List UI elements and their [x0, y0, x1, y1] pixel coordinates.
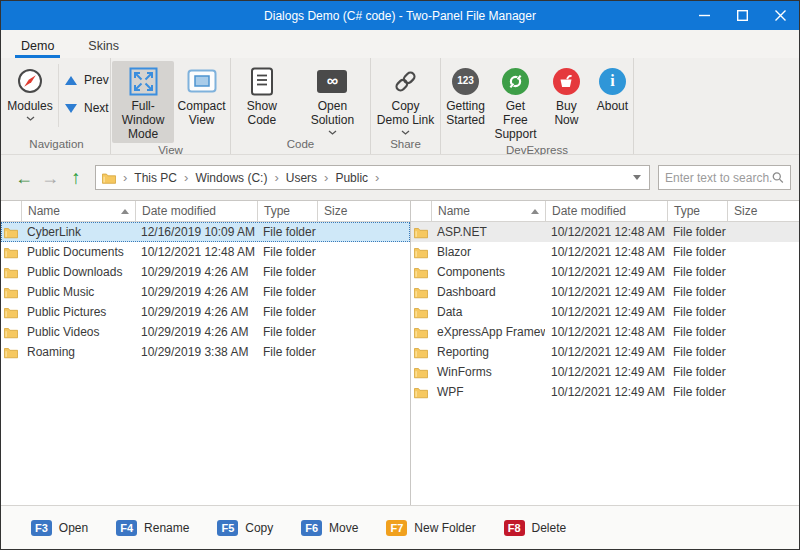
up-button[interactable]: ↑ — [63, 165, 89, 191]
delete-f8-button[interactable]: F8 Delete — [504, 520, 567, 536]
new-folder-f7-button[interactable]: F7 New Folder — [386, 520, 475, 536]
buy-now-button[interactable]: Buy Now — [542, 61, 591, 130]
copy-demo-link-button[interactable]: Copy Demo Link — [374, 61, 438, 137]
about-button[interactable]: i About — [593, 61, 632, 116]
table-row[interactable]: Public Pictures 10/29/2019 4:26 AM File … — [1, 302, 410, 322]
folder-icon — [1, 226, 21, 239]
window-controls — [685, 1, 799, 30]
size-column-header[interactable]: Size — [727, 201, 799, 221]
prev-button[interactable]: Prev — [65, 73, 109, 87]
name-column-header[interactable]: Name — [431, 201, 545, 221]
file-name: Public Videos — [21, 325, 135, 339]
next-label: Next — [84, 101, 109, 115]
open-label: Open — [59, 521, 88, 535]
next-button[interactable]: Next — [65, 101, 109, 115]
table-row[interactable]: ASP.NET 10/12/2021 12:48 AM File folder — [411, 222, 799, 242]
file-name: ASP.NET — [431, 225, 545, 239]
forward-button[interactable]: → — [37, 165, 63, 191]
size-column-header[interactable]: Size — [317, 201, 410, 221]
table-row[interactable]: Public Videos 10/29/2019 4:26 AM File fo… — [1, 322, 410, 342]
chevron-down-icon — [401, 130, 410, 135]
tab-skins[interactable]: Skins — [82, 35, 125, 58]
file-type: File folder — [667, 225, 727, 239]
file-date: 10/12/2021 12:49 AM — [545, 365, 667, 379]
getting-started-button[interactable]: 123 Getting Started — [442, 61, 489, 130]
file-name: Public Music — [21, 285, 135, 299]
move-f6-button[interactable]: F6 Move — [301, 520, 358, 536]
table-row[interactable]: eXpressApp Framework 10/12/2021 12:48 AM… — [411, 322, 799, 342]
copy-label: Copy — [245, 521, 273, 535]
table-row[interactable]: Data 10/12/2021 12:49 AM File folder — [411, 302, 799, 322]
file-type: File folder — [257, 265, 317, 279]
chevron-down-icon — [26, 116, 35, 121]
file-date: 10/12/2021 12:48 AM — [545, 325, 667, 339]
rename-f4-button[interactable]: F4 Rename — [116, 520, 189, 536]
maximize-button[interactable] — [723, 1, 761, 30]
table-row[interactable]: Reporting 10/12/2021 12:49 AM File folde… — [411, 342, 799, 362]
get-free-support-label: Get Free Support — [492, 100, 539, 141]
file-type: File folder — [667, 345, 727, 359]
numbers-123-icon: 123 — [452, 65, 479, 97]
file-name: Public Downloads — [21, 265, 135, 279]
search-icon[interactable] — [772, 171, 784, 184]
tab-demo[interactable]: Demo — [15, 35, 60, 58]
separator — [58, 64, 59, 127]
file-date: 10/12/2021 12:49 AM — [545, 265, 667, 279]
breadcrumb-item-windows-c[interactable]: Windows (C:) — [195, 171, 267, 185]
type-column-header[interactable]: Type — [667, 201, 727, 221]
visual-studio-icon: ∞ — [317, 65, 347, 97]
back-button[interactable]: ← — [11, 165, 37, 191]
file-date: 10/29/2019 4:26 AM — [135, 325, 257, 339]
open-f3-button[interactable]: F3 Open — [31, 520, 88, 536]
type-column-header[interactable]: Type — [257, 201, 317, 221]
up-triangle-icon — [65, 76, 77, 85]
table-row[interactable]: Public Documents 10/12/2021 12:48 AM Fil… — [1, 242, 410, 262]
date-modified-column-header[interactable]: Date modified — [545, 201, 667, 221]
show-code-button[interactable]: Show Code — [232, 61, 292, 130]
breadcrumb-item-this-pc[interactable]: This PC — [134, 171, 177, 185]
table-row[interactable]: CyberLink 12/16/2019 10:09 AM File folde… — [1, 222, 410, 242]
get-free-support-button[interactable]: Get Free Support — [491, 61, 540, 143]
table-row[interactable]: Public Downloads 10/29/2019 4:26 AM File… — [1, 262, 410, 282]
new-folder-label: New Folder — [414, 521, 475, 535]
date-modified-column-header[interactable]: Date modified — [135, 201, 257, 221]
getting-started-label: Getting Started — [443, 100, 488, 128]
table-row[interactable]: Roaming 10/29/2019 3:38 AM File folder — [1, 342, 410, 362]
compact-view-button[interactable]: Compact View — [174, 61, 229, 130]
up-arrow-icon: ↑ — [71, 167, 81, 188]
full-window-mode-button[interactable]: Full-Window Mode — [112, 61, 174, 143]
app-window: Dialogs Demo (C# code) - Two-Panel File … — [0, 0, 800, 550]
table-row[interactable]: Public Music 10/29/2019 4:26 AM File fol… — [1, 282, 410, 302]
table-row[interactable]: Components 10/12/2021 12:49 AM File fold… — [411, 262, 799, 282]
copy-f5-button[interactable]: F5 Copy — [217, 520, 273, 536]
table-row[interactable]: Blazor 10/12/2021 12:48 AM File folder — [411, 242, 799, 262]
file-type: File folder — [257, 285, 317, 299]
file-name: CyberLink — [21, 225, 135, 239]
search-input[interactable] — [665, 171, 772, 185]
breadcrumb-separator-icon: › — [274, 170, 278, 185]
breadcrumb-dropdown-icon[interactable] — [633, 175, 641, 180]
folder-icon — [1, 286, 21, 299]
breadcrumb-item-public[interactable]: Public — [335, 171, 368, 185]
table-row[interactable]: WPF 10/12/2021 12:49 AM File folder — [411, 382, 799, 402]
chevron-down-icon — [328, 130, 337, 135]
open-solution-button[interactable]: ∞ Open Solution — [296, 61, 369, 137]
window-title: Dialogs Demo (C# code) - Two-Panel File … — [1, 9, 799, 23]
file-date: 10/29/2019 4:26 AM — [135, 305, 257, 319]
group-label-navigation: Navigation — [3, 137, 110, 154]
name-column-header[interactable]: Name — [21, 201, 135, 221]
close-button[interactable] — [761, 1, 799, 30]
file-date: 10/12/2021 12:48 AM — [545, 225, 667, 239]
ribbon-empty-area — [634, 58, 799, 154]
breadcrumb[interactable]: › This PC › Windows (C:) › Users › Publi… — [95, 165, 650, 190]
group-label-share: Share — [371, 137, 440, 154]
file-date: 10/12/2021 12:49 AM — [545, 285, 667, 299]
minimize-button[interactable] — [685, 1, 723, 30]
modules-button[interactable]: Modules — [4, 61, 56, 123]
f5-key-badge: F5 — [217, 520, 238, 536]
table-row[interactable]: WinForms 10/12/2021 12:49 AM File folder — [411, 362, 799, 382]
compact-view-label: Compact View — [175, 100, 228, 128]
table-row[interactable]: Dashboard 10/12/2021 12:49 AM File folde… — [411, 282, 799, 302]
folder-icon — [411, 366, 431, 379]
breadcrumb-item-users[interactable]: Users — [286, 171, 317, 185]
